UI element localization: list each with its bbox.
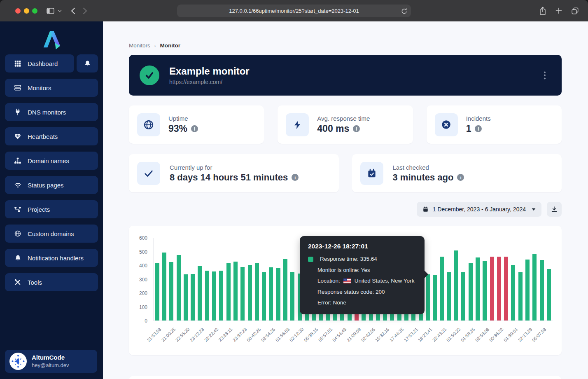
url-bar[interactable]: 127.0.0.1/66uptime/monitor/25?start_date… (177, 5, 411, 17)
reload-icon[interactable] (401, 8, 407, 14)
chart-bar[interactable] (426, 274, 430, 321)
chevron-down-icon[interactable] (58, 9, 62, 12)
sidebar-user-card[interactable]: AltumCode hey@altum.dev (5, 350, 97, 373)
chart-bar[interactable] (547, 269, 551, 321)
y-tick-label: 0 (145, 318, 147, 324)
chart-bar[interactable] (248, 265, 252, 321)
date-row: 1 December, 2023 - 6 January, 2024 (129, 202, 562, 217)
breadcrumb-monitors-link[interactable]: Monitors (129, 42, 150, 49)
zoom-window-button[interactable] (32, 8, 37, 14)
forward-button[interactable] (83, 7, 87, 14)
app-logo[interactable] (5, 21, 98, 54)
tooltip-title: 2023-12-26 18:27:01 (308, 243, 416, 250)
x-tick-label: 23:37:23 (232, 327, 248, 343)
x-tick-label: 18:23:41 (417, 327, 433, 343)
chart-bar[interactable] (212, 271, 216, 321)
sidebar-item-dashboard[interactable]: Dashboard (5, 54, 74, 73)
info-icon[interactable]: i (191, 125, 198, 132)
sidebar-item-projects[interactable]: Projects (5, 200, 98, 218)
sidebar-item-notification-handlers[interactable]: Notification handlers (5, 249, 98, 267)
chart-bar[interactable] (490, 257, 494, 321)
tooltip-error: Error: None (308, 297, 416, 309)
monitor-menu-button[interactable] (541, 69, 548, 82)
globe-stat-icon (137, 113, 160, 136)
chart-bar[interactable] (177, 255, 181, 321)
chart-bar[interactable] (433, 275, 437, 321)
sidebar-item-tools[interactable]: Tools (5, 273, 98, 291)
tooltip-location: Location: United States, New York (308, 276, 416, 287)
avg-response-time-card: Avg. response time400 msi (278, 105, 413, 144)
bell-icon (14, 254, 22, 262)
chart-bar[interactable] (198, 266, 202, 321)
chart-bar[interactable] (255, 263, 259, 321)
chart-bar[interactable] (184, 274, 188, 321)
back-button[interactable] (71, 7, 75, 14)
calendar-check-icon (360, 162, 383, 185)
share-icon[interactable] (539, 7, 546, 15)
sidebar-item-heartbeats[interactable]: Heartbeats (5, 127, 98, 145)
sidebar-item-status-pages[interactable]: Status pages (5, 176, 98, 194)
chart-bar[interactable] (469, 263, 473, 321)
monitor-header-card: Example monitor https://example.com/ (129, 55, 562, 96)
chart-bar[interactable] (447, 272, 451, 321)
chart-bar[interactable] (440, 257, 444, 321)
close-window-button[interactable] (15, 8, 21, 14)
x-tick-label: 01:50:22 (446, 327, 462, 343)
chart-bar[interactable] (504, 257, 508, 321)
chart-bar[interactable] (461, 272, 465, 321)
card-label: Currently up for (170, 164, 299, 171)
sidebar-toggle-icon[interactable] (47, 8, 54, 14)
sidebar-item-dns-monitors[interactable]: DNS monitors (5, 103, 98, 121)
new-tab-icon[interactable] (555, 7, 562, 14)
download-chart-button[interactable] (547, 202, 562, 217)
chart-bar[interactable] (269, 267, 273, 321)
date-range-button[interactable]: 1 December, 2023 - 6 January, 2024 (417, 202, 541, 217)
card-label: Incidents (466, 115, 491, 122)
sidebar-item-custom-domains[interactable]: Custom domains (5, 225, 98, 243)
sidebar-item-label: Projects (28, 206, 50, 213)
traffic-lights (15, 8, 37, 14)
chart-bar[interactable] (276, 268, 280, 321)
chart-bar[interactable] (290, 272, 294, 321)
card-value: 93% (168, 123, 187, 134)
chart-bar[interactable] (191, 274, 195, 321)
user-email: hey@altum.dev (32, 362, 69, 368)
chart-bar[interactable] (205, 271, 209, 321)
info-icon[interactable]: i (475, 125, 482, 132)
info-icon[interactable]: i (353, 125, 360, 132)
chart-bar[interactable] (532, 254, 537, 321)
notifications-button[interactable] (77, 54, 98, 73)
chart-bar[interactable] (169, 262, 173, 321)
x-tick-label: 00:36:32 (488, 327, 504, 343)
chart-bar[interactable] (262, 272, 266, 321)
sidebar-item-monitors[interactable]: Monitors (5, 79, 98, 97)
tab-overview-icon[interactable] (571, 7, 579, 15)
y-tick-label: 600 (139, 235, 147, 241)
minimize-window-button[interactable] (24, 8, 29, 14)
sidebar-nav: DashboardMonitorsDNS monitorsHeartbeatsD… (5, 54, 98, 291)
chart-bar[interactable] (219, 271, 223, 321)
chart-bar[interactable] (540, 260, 544, 321)
chart-bar[interactable] (454, 250, 458, 321)
chart-bar[interactable] (162, 253, 166, 321)
chart-bar[interactable] (518, 272, 523, 321)
chart-bar[interactable] (233, 262, 238, 321)
grid-icon (14, 60, 22, 67)
sidebar-item-domain-names[interactable]: Domain names (5, 152, 98, 170)
chart-bar[interactable] (497, 257, 501, 321)
chart-bar[interactable] (525, 260, 530, 321)
chart-bar[interactable] (483, 261, 487, 321)
chart-bar[interactable] (511, 265, 515, 321)
user-name: AltumCode (32, 354, 69, 361)
info-icon[interactable]: i (292, 174, 299, 181)
chart-bar[interactable] (226, 263, 231, 321)
x-tick-label: 15:32:16 (374, 327, 390, 343)
info-icon[interactable]: i (457, 174, 464, 181)
chart-bar[interactable] (283, 259, 287, 321)
chart-bar[interactable] (155, 263, 159, 321)
chart-bar[interactable] (240, 267, 245, 321)
y-tick-label: 300 (139, 277, 147, 283)
sidebar-item-label: Status pages (28, 182, 64, 189)
chart-bar[interactable] (476, 257, 480, 321)
card-value: 1 (466, 123, 471, 134)
